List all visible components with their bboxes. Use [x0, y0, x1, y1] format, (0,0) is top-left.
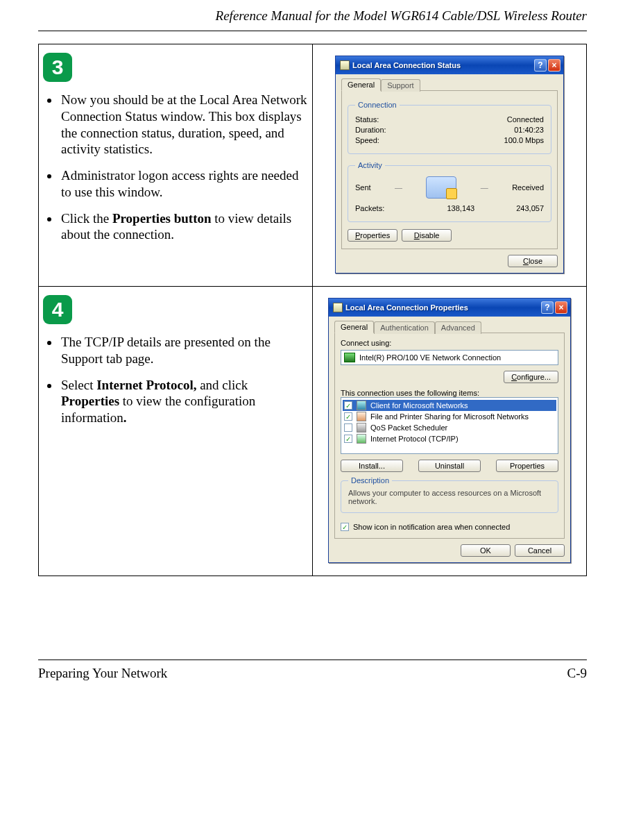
- show-icon-row[interactable]: ✓ Show icon in notification area when co…: [341, 523, 558, 531]
- text-bold: Properties: [61, 394, 119, 408]
- tab-content: Connect using: Intel(R) PRO/100 VE Netwo…: [334, 333, 565, 539]
- items-label: This connection uses the following items…: [341, 389, 558, 397]
- list-item[interactable]: ✓ Client for Microsoft Networks: [343, 400, 556, 411]
- titlebar[interactable]: Local Area Connection Properties ? ×: [329, 299, 570, 317]
- packets-received-value: 243,057: [516, 204, 544, 212]
- tab-content: Connection Status:Connected Duration:01:…: [341, 90, 558, 249]
- item-label: QoS Packet Scheduler: [370, 423, 447, 432]
- list-item[interactable]: ✓ File and Printer Sharing for Microsoft…: [343, 411, 556, 422]
- footer-left: Preparing Your Network: [38, 666, 167, 681]
- window-title: Local Area Connection Properties: [345, 303, 538, 312]
- steps-table: 3 Now you should be at the Local Area Ne…: [38, 44, 587, 576]
- cancel-button[interactable]: Cancel: [515, 544, 565, 557]
- step3-image-cell: Local Area Connection Status ? × General…: [313, 44, 587, 287]
- nic-icon: [344, 353, 355, 362]
- tab-advanced[interactable]: Advanced: [435, 321, 481, 334]
- window-title: Local Area Connection Status: [352, 61, 531, 69]
- client-icon: [357, 401, 366, 410]
- step4-bullet2: Select Internet Protocol, and click Prop…: [60, 377, 308, 426]
- install-button[interactable]: Install...: [341, 460, 403, 472]
- item-label: Client for Microsoft Networks: [370, 401, 468, 410]
- activity-legend: Activity: [355, 161, 385, 169]
- checkbox-icon[interactable]: ✓: [344, 435, 352, 443]
- checkbox-icon[interactable]: ✓: [344, 423, 352, 432]
- properties-button[interactable]: Properties: [348, 229, 397, 242]
- connect-using-label: Connect using:: [341, 339, 558, 347]
- speed-label: Speed:: [355, 136, 379, 144]
- tabs: General Support: [341, 78, 558, 91]
- received-label: Received: [512, 183, 544, 192]
- step4-text-cell: 4 The TCP/IP details are presented on th…: [39, 287, 313, 576]
- close-button[interactable]: ×: [555, 301, 567, 314]
- packets-label: Packets:: [355, 204, 384, 212]
- item-label: File and Printer Sharing for Microsoft N…: [370, 412, 529, 421]
- adapter-name: Intel(R) PRO/100 VE Network Connection: [359, 353, 501, 362]
- help-button[interactable]: ?: [534, 59, 547, 72]
- step4-badge: 4: [43, 295, 72, 324]
- window-icon: [333, 303, 343, 312]
- page-header: Reference Manual for the Model WGR614 Ca…: [38, 0, 587, 31]
- sent-label: Sent: [355, 183, 371, 192]
- checkbox-icon[interactable]: ✓: [341, 523, 349, 531]
- list-item[interactable]: ✓ QoS Packet Scheduler: [343, 422, 556, 433]
- description-text: Allows your computer to access resources…: [348, 489, 551, 505]
- checkbox-icon[interactable]: ✓: [344, 401, 352, 410]
- item-label: Internet Protocol (TCP/IP): [370, 435, 459, 443]
- page-footer: Preparing Your Network C-9: [38, 660, 587, 681]
- text: Select: [61, 378, 96, 392]
- text-bold: Internet Protocol,: [96, 378, 196, 392]
- help-button[interactable]: ?: [541, 301, 554, 314]
- connection-legend: Connection: [355, 101, 400, 109]
- adapter-field[interactable]: Intel(R) PRO/100 VE Network Connection: [341, 350, 558, 365]
- show-icon-label: Show icon in notification area when conn…: [353, 523, 510, 531]
- activity-group: Activity Sent — — Received Packets:: [348, 161, 551, 222]
- properties-button[interactable]: Properties: [496, 460, 558, 472]
- text: and click: [196, 378, 248, 392]
- text-bold: Properties button: [112, 211, 212, 226]
- description-legend: Description: [348, 476, 392, 485]
- connection-group: Connection Status:Connected Duration:01:…: [348, 101, 551, 154]
- components-listbox[interactable]: ✓ Client for Microsoft Networks ✓ File a…: [341, 397, 558, 454]
- tcpip-icon: [357, 434, 366, 444]
- ok-button[interactable]: OK: [461, 544, 511, 557]
- activity-icon: [426, 176, 456, 199]
- tab-general[interactable]: General: [334, 321, 374, 333]
- speed-value: 100.0 Mbps: [504, 136, 544, 144]
- step3-badge: 3: [43, 53, 72, 82]
- close-dialog-button[interactable]: Close: [508, 255, 558, 267]
- disable-button[interactable]: Disable: [402, 229, 452, 242]
- status-value: Connected: [507, 115, 544, 124]
- checkbox-icon[interactable]: ✓: [344, 412, 352, 421]
- packets-sent-value: 138,143: [447, 204, 474, 212]
- duration-label: Duration:: [355, 126, 386, 134]
- qos-icon: [357, 423, 366, 432]
- text-bold: .: [123, 410, 127, 425]
- configure-button[interactable]: Configure...: [504, 371, 558, 383]
- step3-bullet2: Administrator logon access rights are ne…: [60, 167, 308, 201]
- tabs: General Authentication Advanced: [334, 321, 565, 333]
- connection-properties-dialog: Local Area Connection Properties ? × Gen…: [328, 298, 571, 563]
- tab-authentication[interactable]: Authentication: [374, 321, 435, 334]
- list-item[interactable]: ✓ Internet Protocol (TCP/IP): [343, 433, 556, 444]
- step4-bullet1: The TCP/IP details are presented on the …: [60, 334, 308, 367]
- duration-value: 01:40:23: [514, 126, 544, 134]
- text: Click the: [61, 211, 112, 226]
- close-button[interactable]: ×: [548, 59, 560, 72]
- dash: —: [478, 183, 491, 192]
- step3-bullet1: Now you should be at the Local Area Netw…: [60, 92, 308, 158]
- step3-bullet3: Click the Properties button to view deta…: [60, 210, 308, 244]
- titlebar[interactable]: Local Area Connection Status ? ×: [336, 56, 563, 74]
- status-label: Status:: [355, 115, 379, 124]
- footer-right: C-9: [567, 666, 588, 681]
- connection-status-dialog: Local Area Connection Status ? × General…: [335, 56, 564, 274]
- step3-text-cell: 3 Now you should be at the Local Area Ne…: [39, 44, 313, 287]
- share-icon: [357, 412, 366, 421]
- uninstall-button[interactable]: Uninstall: [418, 460, 481, 472]
- tab-support[interactable]: Support: [381, 79, 420, 92]
- dash: —: [392, 183, 405, 192]
- window-icon: [340, 60, 350, 70]
- tab-general[interactable]: General: [341, 78, 381, 91]
- description-group: Description Allows your computer to acce…: [341, 476, 558, 513]
- step4-image-cell: Local Area Connection Properties ? × Gen…: [313, 287, 587, 576]
